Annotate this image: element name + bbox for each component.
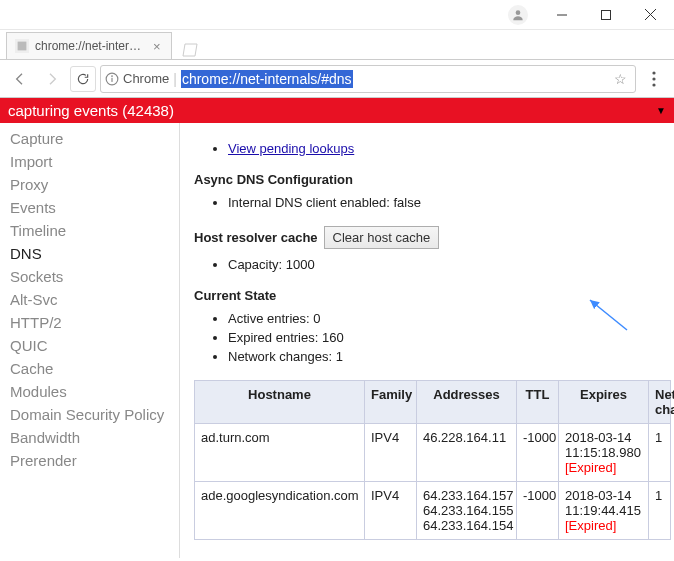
state-item: Network changes: 1: [228, 347, 660, 366]
tab-strip: chrome://net-internals/# ×: [0, 30, 674, 60]
new-tab-button[interactable]: [178, 41, 200, 59]
capacity-item: Capacity: 1000: [228, 255, 660, 274]
table-header: Hostname: [195, 381, 365, 424]
svg-point-9: [111, 75, 113, 77]
current-state-heading: Current State: [194, 288, 660, 303]
table-header: TTL: [517, 381, 559, 424]
sidebar-item-alt-svc[interactable]: Alt-Svc: [0, 288, 179, 311]
table-row: ade.googlesyndication.comIPV464.233.164.…: [195, 482, 671, 540]
host-resolver-cache-label: Host resolver cache: [194, 230, 318, 245]
chip-label: Chrome: [123, 71, 169, 86]
close-button[interactable]: [628, 1, 672, 29]
sidebar-item-prerender[interactable]: Prerender: [0, 449, 179, 472]
table-cell: -1000: [517, 482, 559, 540]
svg-rect-2: [602, 10, 611, 19]
svg-point-11: [652, 71, 655, 74]
sidebar-item-dns[interactable]: DNS: [0, 242, 179, 265]
capture-banner-text: capturing events (42438): [8, 102, 174, 119]
sidebar: CaptureImportProxyEventsTimelineDNSSocke…: [0, 123, 180, 558]
state-item: Active entries: 0: [228, 309, 660, 328]
svg-rect-6: [18, 42, 27, 51]
table-cell: 1: [649, 482, 671, 540]
sidebar-item-http-2[interactable]: HTTP/2: [0, 311, 179, 334]
sidebar-item-timeline[interactable]: Timeline: [0, 219, 179, 242]
sidebar-item-quic[interactable]: QUIC: [0, 334, 179, 357]
url-divider: |: [173, 71, 177, 87]
tab-title: chrome://net-internals/#: [35, 39, 145, 53]
async-dns-item: Internal DNS client enabled: false: [228, 193, 660, 212]
security-chip[interactable]: Chrome: [105, 71, 169, 86]
table-cell: IPV4: [365, 482, 417, 540]
sidebar-item-proxy[interactable]: Proxy: [0, 173, 179, 196]
view-pending-lookups-link[interactable]: View pending lookups: [228, 141, 354, 156]
address-bar[interactable]: Chrome | chrome://net-internals/#dns ☆: [100, 65, 636, 93]
minimize-button[interactable]: [540, 1, 584, 29]
window-titlebar: [0, 0, 674, 30]
capture-banner[interactable]: capturing events (42438) ▼: [0, 98, 674, 123]
async-dns-heading: Async DNS Configuration: [194, 172, 660, 187]
table-cell: ade.googlesyndication.com: [195, 482, 365, 540]
pending-lookups-item: View pending lookups: [228, 139, 660, 158]
bookmark-star-icon[interactable]: ☆: [610, 71, 631, 87]
table-header: Network changes: [649, 381, 671, 424]
hosts-table: HostnameFamilyAddressesTTLExpiresNetwork…: [194, 380, 671, 540]
table-cell: 64.233.164.15764.233.164.15564.233.164.1…: [417, 482, 517, 540]
account-icon[interactable]: [508, 5, 528, 25]
tab-close-icon[interactable]: ×: [151, 40, 163, 53]
sidebar-item-import[interactable]: Import: [0, 150, 179, 173]
sidebar-item-cache[interactable]: Cache: [0, 357, 179, 380]
clear-host-cache-button[interactable]: Clear host cache: [324, 226, 440, 249]
sidebar-item-events[interactable]: Events: [0, 196, 179, 219]
svg-marker-7: [183, 44, 197, 56]
tab-favicon: [15, 39, 29, 53]
sidebar-item-bandwidth[interactable]: Bandwidth: [0, 426, 179, 449]
content-pane[interactable]: View pending lookups Async DNS Configura…: [180, 123, 674, 558]
table-row: ad.turn.comIPV446.228.164.11-10002018-03…: [195, 424, 671, 482]
table-header: Expires: [559, 381, 649, 424]
svg-point-13: [652, 83, 655, 86]
table-cell: -1000: [517, 424, 559, 482]
svg-rect-10: [111, 77, 112, 81]
maximize-button[interactable]: [584, 1, 628, 29]
table-cell: 1: [649, 424, 671, 482]
table-cell: ad.turn.com: [195, 424, 365, 482]
back-button[interactable]: [6, 65, 34, 93]
table-cell: 2018-03-14 11:19:44.415[Expired]: [559, 482, 649, 540]
main-area: CaptureImportProxyEventsTimelineDNSSocke…: [0, 123, 674, 558]
state-item: Expired entries: 160: [228, 328, 660, 347]
svg-point-12: [652, 77, 655, 80]
chrome-menu-icon[interactable]: [640, 65, 668, 93]
browser-toolbar: Chrome | chrome://net-internals/#dns ☆: [0, 60, 674, 98]
table-header: Family: [365, 381, 417, 424]
table-cell: 46.228.164.11: [417, 424, 517, 482]
sidebar-item-capture[interactable]: Capture: [0, 127, 179, 150]
url-text: chrome://net-internals/#dns: [181, 70, 353, 88]
table-cell: IPV4: [365, 424, 417, 482]
sidebar-item-domain-security-policy[interactable]: Domain Security Policy: [0, 403, 179, 426]
sidebar-item-modules[interactable]: Modules: [0, 380, 179, 403]
sidebar-item-sockets[interactable]: Sockets: [0, 265, 179, 288]
table-cell: 2018-03-14 11:15:18.980[Expired]: [559, 424, 649, 482]
browser-tab[interactable]: chrome://net-internals/# ×: [6, 32, 172, 59]
info-icon: [105, 72, 119, 86]
reload-button[interactable]: [70, 66, 96, 92]
table-header: Addresses: [417, 381, 517, 424]
svg-point-0: [516, 10, 521, 15]
forward-button[interactable]: [38, 65, 66, 93]
banner-dropdown-icon[interactable]: ▼: [656, 105, 666, 116]
